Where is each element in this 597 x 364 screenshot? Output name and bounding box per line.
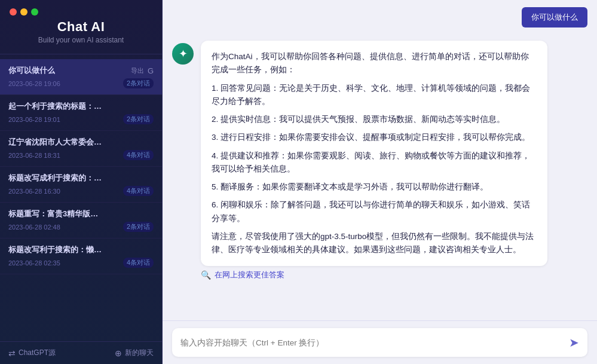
chat-list-item[interactable]: 标题重写：富贵3精华版富贵电...2023-06-28 02:482条对话 [0, 203, 162, 238]
send-icon: ➤ [569, 335, 579, 350]
google-icon[interactable]: G [148, 66, 154, 75]
chat-item-title: 你可以做什么 [8, 65, 55, 76]
app-title: Chat AI [57, 19, 105, 35]
ai-avatar: ✦ [172, 43, 194, 65]
chatgpt-label: ChatGPT源 [19, 348, 56, 358]
chat-list: 你可以做什么导出G2023-06-28 19:062条对话起一个利于搜索的标题：… [0, 54, 162, 341]
ai-message-row: ✦ 作为ChatAi，我可以帮助你回答各种问题、提供信息、进行简单的对话，还可以… [172, 41, 587, 282]
chat-item-count: 4条对话 [123, 150, 154, 160]
chat-input[interactable] [180, 338, 563, 347]
chat-list-item[interactable]: 辽宁省沈阳市人大常委会原党组...2023-06-28 18:314条对话 [0, 131, 162, 167]
input-area: ➤ [163, 320, 597, 364]
chat-list-item[interactable]: 标题改写成利于搜索的：短视频...2023-06-28 16:304条对话 [0, 167, 162, 203]
new-chat-btn[interactable]: ⊕ 新的聊天 [115, 348, 154, 358]
maximize-button[interactable] [31, 8, 38, 16]
message-item-6: 6. 闲聊和娱乐：除了解答问题，我还可以与你进行简单的聊天和娱乐，如小游戏、笑话… [212, 198, 537, 225]
chat-item-count: 2条对话 [123, 222, 154, 232]
chat-item-date: 2023-06-28 19:01 [8, 116, 60, 123]
chat-item-count: 4条对话 [123, 186, 154, 196]
window-controls [10, 8, 38, 16]
chat-area: ✦ 作为ChatAi，我可以帮助你回答各种问题、提供信息、进行简单的对话，还可以… [163, 35, 597, 320]
chat-item-title: 标题重写：富贵3精华版富贵电... [8, 209, 104, 219]
openai-icon: ✦ [179, 47, 188, 60]
message-disclaimer: 请注意，尽管我使用了强大的gpt-3.5-turbo模型，但我仍然有一些限制。我… [212, 230, 537, 257]
chat-item-title: 标题改写成利于搜索的：短视频... [8, 173, 104, 183]
app-subtitle: Build your own AI assistant [38, 36, 124, 44]
message-item-4: 4. 提供建议和推荐：如果你需要观影、阅读、旅行、购物或餐饮等方面的建议和推荐，… [212, 149, 537, 176]
message-item-3: 3. 进行日程安排：如果你需要安排会议、提醒事项或制定日程安排，我可以帮你完成。 [212, 131, 537, 144]
sidebar: Chat AI Build your own AI assistant 你可以做… [0, 0, 163, 364]
chat-item-count: 4条对话 [123, 258, 154, 268]
minimize-button[interactable] [20, 8, 27, 16]
chatgpt-source-btn[interactable]: ⇄ ChatGPT源 [8, 348, 56, 358]
message-intro: 作为ChatAi，我可以帮助你回答各种问题、提供信息、进行简单的对话，还可以帮助… [212, 50, 537, 77]
search-link-text: 在网上搜索更佳答案 [215, 270, 284, 280]
message-wrapper: 作为ChatAi，我可以帮助你回答各种问题、提供信息、进行简单的对话，还可以帮助… [201, 41, 547, 282]
message-item-5: 5. 翻译服务：如果你需要翻译文本或是学习外语，我可以帮助你进行翻译。 [212, 181, 537, 194]
main-content: 你可以做什么 ✦ 作为ChatAi，我可以帮助你回答各种问题、提供信息、进行简单… [163, 0, 597, 364]
new-chat-label: 新的聊天 [125, 348, 154, 358]
chatgpt-icon: ⇄ [8, 348, 16, 358]
send-button[interactable]: ➤ [569, 335, 579, 350]
chat-list-item[interactable]: 标题改写利于搜索的：懒子卡五...2023-06-28 02:354条对话 [0, 238, 162, 274]
search-icon: 🔍 [201, 270, 211, 280]
chat-item-count: 2条对话 [123, 114, 154, 124]
chat-item-title: 辽宁省沈阳市人大常委会原党组... [8, 137, 104, 148]
search-link[interactable]: 🔍 在网上搜索更佳答案 [201, 266, 547, 282]
main-header: 你可以做什么 [163, 0, 597, 35]
chat-item-title: 标题改写利于搜索的：懒子卡五... [8, 244, 104, 255]
chat-item-date: 2023-06-28 02:35 [8, 259, 60, 267]
close-button[interactable] [10, 8, 17, 16]
chat-item-date: 2023-06-28 16:30 [8, 188, 60, 195]
export-label[interactable]: 导出 [131, 66, 144, 75]
chat-list-item[interactable]: 起一个利于搜索的标题：【实战...2023-06-28 19:012条对话 [0, 95, 162, 131]
chat-item-date: 2023-06-28 02:48 [8, 224, 60, 231]
new-chat-icon: ⊕ [115, 348, 122, 358]
chat-item-date: 2023-06-28 19:06 [8, 80, 60, 87]
input-container: ➤ [172, 328, 587, 357]
message-item-1: 1. 回答常见问题：无论是关于历史、科学、文化、地理、计算机等领域的问题，我都会… [212, 82, 537, 109]
chat-item-date: 2023-06-28 18:31 [8, 152, 60, 159]
message-item-2: 2. 提供实时信息：我可以提供天气预报、股票市场数据、新闻动态等实时信息。 [212, 113, 537, 126]
sidebar-footer: ⇄ ChatGPT源 ⊕ 新的聊天 [0, 341, 162, 364]
chat-list-item[interactable]: 你可以做什么导出G2023-06-28 19:062条对话 [0, 59, 162, 95]
chat-item-count: 2条对话 [123, 78, 154, 88]
sidebar-header: Chat AI Build your own AI assistant [0, 0, 162, 54]
capability-btn[interactable]: 你可以做什么 [522, 7, 587, 27]
chat-item-title: 起一个利于搜索的标题：【实战... [8, 101, 104, 112]
message-bubble: 作为ChatAi，我可以帮助你回答各种问题、提供信息、进行简单的对话，还可以帮助… [201, 41, 547, 266]
